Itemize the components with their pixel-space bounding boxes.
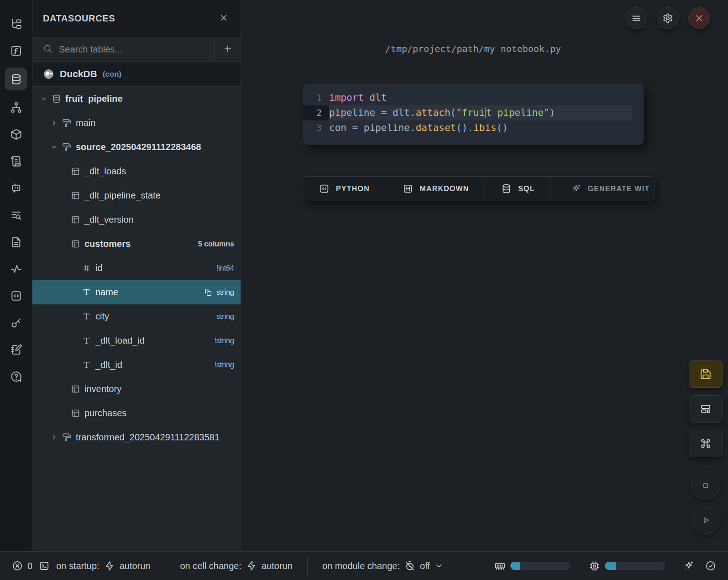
tree-row-name[interactable]: namestring — [32, 280, 241, 304]
status-label: on startup: — [56, 561, 100, 571]
stop-button[interactable] — [691, 471, 720, 500]
add-datasource-button[interactable] — [215, 37, 241, 61]
terminal-toggle[interactable] — [39, 560, 50, 571]
tree-row-_dlt_load_id[interactable]: _dlt_load_id!string — [32, 329, 241, 353]
rail-item-file-explorer[interactable] — [5, 14, 27, 34]
activity-rail — [0, 0, 32, 551]
run-button[interactable] — [691, 506, 720, 535]
save-button[interactable] — [689, 361, 723, 388]
close-button[interactable] — [688, 7, 710, 29]
line-number: 1 — [303, 90, 329, 105]
status-separator — [307, 557, 308, 575]
tree-row-id[interactable]: id!int64 — [32, 256, 241, 280]
terminal-icon — [39, 560, 50, 571]
rail-item-logs[interactable] — [5, 205, 27, 225]
line-number: 2 — [303, 105, 329, 120]
table-icon — [71, 215, 80, 225]
tree-row-main[interactable]: main — [32, 111, 241, 135]
error-count[interactable]: 0 — [12, 560, 32, 571]
notebook-path: /tmp/project/path/my_notebook.py — [303, 43, 644, 54]
add-sql-cell-button[interactable]: SQL — [486, 177, 550, 201]
cpu-usage-bar — [605, 562, 665, 570]
tree-row-fruit_pipeline[interactable]: fruit_pipeline — [32, 87, 241, 111]
on-module-change-setting[interactable]: on module change:off — [322, 560, 444, 571]
rail-item-functions[interactable] — [5, 41, 27, 61]
add-python-cell-button[interactable]: PYTHON — [303, 177, 386, 201]
rail-item-ai-chat[interactable] — [5, 178, 27, 198]
tree-row-_dlt_loads[interactable]: _dlt_loads — [32, 159, 241, 183]
tree-row-type: !string — [214, 337, 234, 345]
status-label: on module change: — [322, 561, 400, 571]
memory-usage — [494, 560, 571, 572]
on-cell-change-setting[interactable]: on cell change:autorun — [180, 560, 292, 571]
code-content: pipeline = dlt.attach("fruit_pipeline") — [329, 105, 632, 120]
timer-off-icon — [404, 560, 415, 571]
sparkles-icon — [683, 560, 694, 571]
tree-label: fruit_pipeline — [65, 94, 123, 104]
x-icon — [219, 13, 229, 24]
menu-button[interactable] — [625, 7, 647, 29]
settings-button[interactable] — [657, 7, 679, 29]
code-cell[interactable]: 1import dlt2pipeline = dlt.attach("fruit… — [303, 84, 644, 145]
database-icon — [10, 73, 22, 85]
close-panel-button[interactable] — [219, 13, 229, 24]
rail-item-scratchpad-code[interactable] — [5, 286, 27, 306]
ai-assist-status[interactable] — [683, 560, 694, 571]
play-icon — [700, 514, 712, 526]
schema-icon — [62, 142, 72, 152]
tree-label: transformed_202504291112283581 — [76, 432, 220, 443]
rail-item-datasources[interactable] — [5, 68, 27, 90]
rail-item-packages[interactable] — [5, 124, 27, 144]
on-startup-setting[interactable]: on startup:autorun — [56, 560, 150, 571]
rail-item-notes[interactable] — [5, 340, 27, 360]
tree-row-purchases[interactable]: purchases — [32, 401, 241, 425]
add-markdown-cell-button[interactable]: MARKDOWN — [386, 177, 486, 201]
rail-item-tracing[interactable] — [5, 259, 27, 279]
tree-row-customers[interactable]: customers5 columns — [32, 232, 241, 256]
tree-row-source_202504291112283468[interactable]: source_202504291112283468 — [32, 135, 241, 159]
table-icon — [71, 239, 80, 249]
generate-with-ai-button[interactable]: GENERATE WIT — [550, 177, 655, 201]
status-label: on cell change: — [180, 561, 241, 571]
panel-title: DATASOURCES — [43, 13, 115, 24]
code-block-icon — [10, 290, 22, 302]
code-line-3: 3con = pipeline.dataset().ibis() — [303, 120, 644, 136]
tree-row-inventory[interactable]: inventory — [32, 377, 241, 401]
package-icon — [10, 128, 22, 141]
tree-row-_dlt_version[interactable]: _dlt_version — [32, 208, 241, 232]
rail-item-documentation[interactable] — [5, 232, 27, 252]
rail-item-secrets[interactable] — [5, 313, 27, 333]
layout-button[interactable] — [689, 395, 723, 423]
circle-x-icon — [12, 560, 23, 571]
text-icon — [82, 360, 91, 370]
tree-label: id — [95, 263, 103, 273]
search-input[interactable] — [59, 44, 208, 55]
cpu-icon — [589, 560, 600, 572]
ram-icon — [494, 560, 506, 572]
rail-item-snippets[interactable] — [5, 151, 27, 171]
button-label: GENERATE WIT — [588, 185, 650, 193]
status-value: off — [420, 561, 430, 571]
tree-row-city[interactable]: citystring — [32, 304, 241, 329]
rail-item-help[interactable] — [5, 366, 27, 387]
status-separator — [165, 557, 165, 575]
connection-row-duckdb[interactable]: DuckDB (con) — [32, 62, 241, 87]
chevron-down-icon — [50, 143, 58, 151]
tree-label: _dlt_load_id — [95, 335, 145, 346]
tree-row-_dlt_id[interactable]: _dlt_id!string — [32, 353, 241, 377]
command-palette-button[interactable] — [689, 430, 723, 457]
memory-usage-bar — [510, 562, 571, 570]
tree-label: name — [95, 287, 118, 298]
file-tree-icon — [10, 18, 22, 30]
tree-row-transformed_202504291112283581[interactable]: transformed_202504291112283581 — [32, 425, 241, 449]
dependency-graph-icon — [10, 101, 22, 114]
chevron-down-icon — [435, 561, 444, 570]
tree-row-_dlt_pipeline_state[interactable]: _dlt_pipeline_state — [32, 183, 241, 208]
search-row — [32, 37, 241, 62]
sparkles-icon — [571, 183, 581, 194]
kernel-status[interactable] — [705, 560, 716, 571]
database-icon — [52, 94, 61, 104]
tree-row-type: 5 columns — [198, 240, 234, 248]
memory-usage-fill — [510, 562, 520, 570]
rail-item-dependency-graph[interactable] — [5, 97, 27, 117]
